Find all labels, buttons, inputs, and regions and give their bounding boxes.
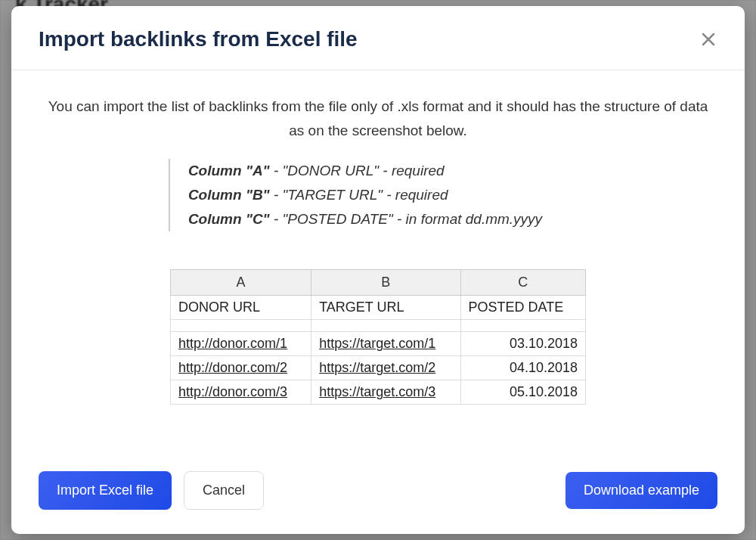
- header-date: POSTED DATE: [460, 296, 585, 320]
- cell-date: 05.10.2018: [460, 380, 585, 405]
- modal-header: Import backlinks from Excel file: [11, 6, 745, 70]
- cancel-button[interactable]: Cancel: [184, 471, 264, 510]
- col-letter-c: C: [460, 270, 585, 296]
- column-spec-c: Column "C" - "POSTED DATE" - in format d…: [188, 207, 542, 231]
- header-donor: DONOR URL: [171, 296, 311, 320]
- modal-footer: Import Excel file Cancel Download exampl…: [11, 453, 745, 534]
- table-row: http://donor.com/2 https://target.com/2 …: [171, 356, 586, 380]
- cell-donor: http://donor.com/3: [171, 380, 311, 405]
- example-table: A B C DONOR URL TARGET URL POSTED DATE h…: [170, 269, 586, 405]
- cell-donor: http://donor.com/1: [171, 332, 311, 356]
- cell-target: https://target.com/2: [311, 356, 460, 380]
- column-spec: Column "A" - "DONOR URL" - required Colu…: [169, 159, 542, 232]
- footer-left: Import Excel file Cancel: [39, 471, 264, 510]
- header-target: TARGET URL: [311, 296, 460, 320]
- table-header-row: DONOR URL TARGET URL POSTED DATE: [171, 296, 586, 320]
- modal-body: You can import the list of backlinks fro…: [11, 70, 745, 453]
- col-letter-b: B: [311, 270, 460, 296]
- table-row: http://donor.com/3 https://target.com/3 …: [171, 380, 586, 405]
- close-icon[interactable]: [699, 30, 717, 48]
- col-letter-a: A: [171, 270, 311, 296]
- table-letters-row: A B C: [171, 270, 586, 296]
- cell-date: 03.10.2018: [460, 332, 585, 356]
- import-modal: Import backlinks from Excel file You can…: [11, 6, 745, 534]
- cell-donor: http://donor.com/2: [171, 356, 311, 380]
- table-row: http://donor.com/1 https://target.com/1 …: [171, 332, 586, 356]
- cell-target: https://target.com/1: [311, 332, 460, 356]
- download-example-button[interactable]: Download example: [565, 472, 717, 509]
- import-button[interactable]: Import Excel file: [39, 471, 172, 510]
- table-blank-row: [171, 320, 586, 332]
- column-spec-b: Column "B" - "TARGET URL" - required: [188, 183, 542, 207]
- column-spec-a: Column "A" - "DONOR URL" - required: [188, 159, 542, 183]
- cell-target: https://target.com/3: [311, 380, 460, 405]
- intro-text: You can import the list of backlinks fro…: [39, 95, 717, 144]
- cell-date: 04.10.2018: [460, 356, 585, 380]
- modal-title: Import backlinks from Excel file: [39, 27, 358, 51]
